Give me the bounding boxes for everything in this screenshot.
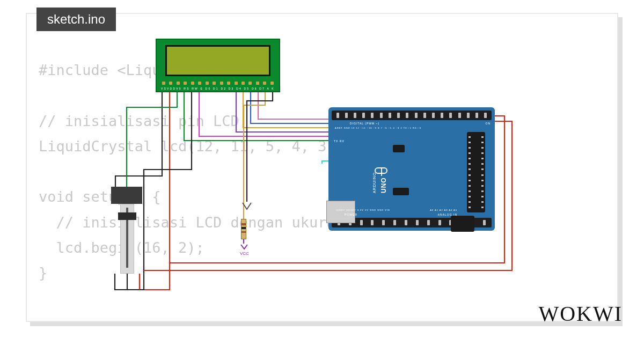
- code-background: #include <LiquidCrystal.h> // inisialisa…: [39, 57, 597, 285]
- file-tab[interactable]: sketch.ino: [36, 8, 116, 31]
- wokwi-logo: WOKWI: [538, 301, 623, 326]
- file-tab-label: sketch.ino: [47, 12, 105, 26]
- wokwi-logo-text: WOKWI: [538, 302, 623, 326]
